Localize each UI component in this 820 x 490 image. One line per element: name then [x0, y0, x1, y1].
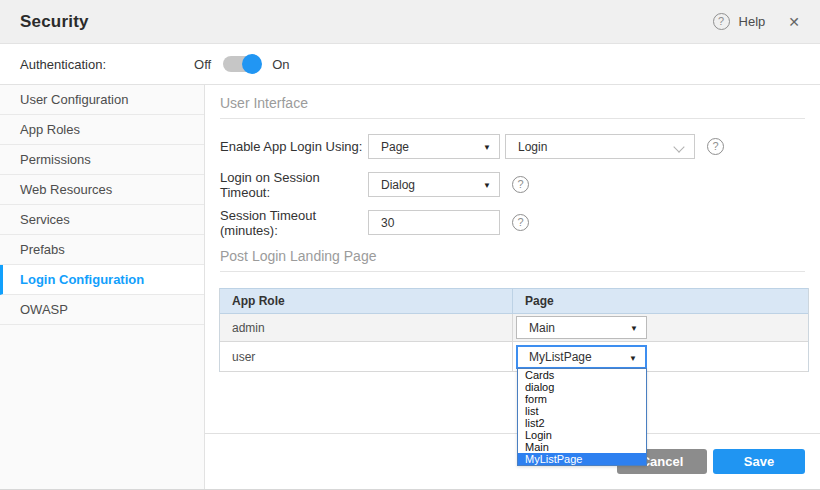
session-timeout-type-select[interactable]: Dialog ▼ [368, 172, 500, 197]
security-window: Security ? Help ✕ Authentication: Off On… [0, 0, 820, 490]
user-page-select[interactable]: MyListPage ▼ [516, 345, 647, 369]
form-row-enable-app-login: Enable App Login Using: Page ▼ Login ? [220, 134, 820, 159]
column-header-app-role: App Role [220, 289, 513, 313]
dropdown-option-main[interactable]: Main [518, 441, 646, 453]
section-title-user-interface: User Interface [220, 95, 805, 119]
header: Security ? Help ✕ [0, 0, 820, 44]
main-content: User Interface Enable App Login Using: P… [205, 85, 820, 490]
landing-page-table: App Role Page admin Main ▼ user [219, 288, 809, 372]
enable-app-login-type-select[interactable]: Page ▼ [368, 134, 500, 159]
login-page-combobox[interactable]: Login [505, 134, 695, 159]
app-role-cell: user [220, 342, 513, 371]
caret-down-icon: ▼ [483, 181, 491, 190]
table-row-admin: admin Main ▼ [220, 314, 808, 342]
page-dropdown-list: Cards dialog form list list2 Login Main … [517, 368, 647, 466]
section-title-post-login-landing-page: Post Login Landing Page [220, 248, 805, 272]
session-timeout-minutes-label: Session Timeout (minutes): [220, 208, 368, 238]
save-button[interactable]: Save [713, 449, 805, 474]
session-timeout-minutes-input[interactable] [368, 210, 500, 235]
sidebar-item-web-resources[interactable]: Web Resources [0, 175, 204, 205]
authentication-label: Authentication: [20, 57, 106, 72]
column-header-page: Page [513, 289, 808, 313]
sidebar: User Configuration App Roles Permissions… [0, 85, 205, 490]
caret-down-icon: ▼ [483, 143, 491, 152]
dropdown-option-dialog[interactable]: dialog [518, 381, 646, 393]
sidebar-item-owasp[interactable]: OWASP [0, 295, 204, 325]
sidebar-item-app-roles[interactable]: App Roles [0, 115, 204, 145]
help-icon[interactable]: ? [707, 138, 724, 155]
help-icon[interactable]: ? [512, 176, 529, 193]
form-row-session-timeout-minutes: Session Timeout (minutes): ? [220, 210, 820, 235]
dropdown-option-login[interactable]: Login [518, 429, 646, 441]
table-row-user: user MyListPage ▼ [220, 342, 808, 372]
dropdown-option-mylistpage[interactable]: MyListPage [518, 453, 646, 465]
chevron-down-icon [673, 141, 684, 152]
app-role-cell: admin [220, 314, 513, 341]
footer: Cancel Save [205, 433, 820, 490]
close-icon[interactable]: ✕ [788, 14, 800, 30]
sidebar-item-login-configuration[interactable]: Login Configuration [0, 265, 204, 295]
sidebar-item-permissions[interactable]: Permissions [0, 145, 204, 175]
select-value: Dialog [381, 178, 415, 192]
dropdown-option-form[interactable]: form [518, 393, 646, 405]
caret-down-icon: ▼ [630, 324, 638, 333]
authentication-bar: Authentication: Off On [0, 44, 820, 85]
authentication-toggle[interactable] [223, 56, 260, 72]
toggle-off-label: Off [194, 57, 211, 72]
help-icon[interactable]: ? [512, 214, 529, 231]
dropdown-option-cards[interactable]: Cards [518, 369, 646, 381]
help-link[interactable]: Help [739, 14, 766, 29]
table-header-row: App Role Page [220, 288, 808, 314]
sidebar-item-prefabs[interactable]: Prefabs [0, 235, 204, 265]
dropdown-option-list2[interactable]: list2 [518, 417, 646, 429]
select-value: Page [381, 140, 409, 154]
sidebar-item-user-configuration[interactable]: User Configuration [0, 85, 204, 115]
admin-page-select[interactable]: Main ▼ [516, 316, 647, 339]
help-icon[interactable]: ? [713, 13, 730, 30]
toggle-knob [242, 54, 262, 74]
dropdown-option-list[interactable]: list [518, 405, 646, 417]
page-title: Security [20, 12, 89, 32]
sidebar-item-services[interactable]: Services [0, 205, 204, 235]
caret-down-icon: ▼ [629, 354, 637, 363]
toggle-on-label: On [272, 57, 289, 72]
select-value: MyListPage [529, 350, 592, 364]
login-on-session-timeout-label: Login on Session Timeout: [220, 170, 368, 200]
combo-value: Login [518, 140, 547, 154]
select-value: Main [529, 321, 555, 335]
enable-app-login-label: Enable App Login Using: [220, 139, 368, 154]
form-row-session-timeout-login: Login on Session Timeout: Dialog ▼ ? [220, 172, 820, 197]
